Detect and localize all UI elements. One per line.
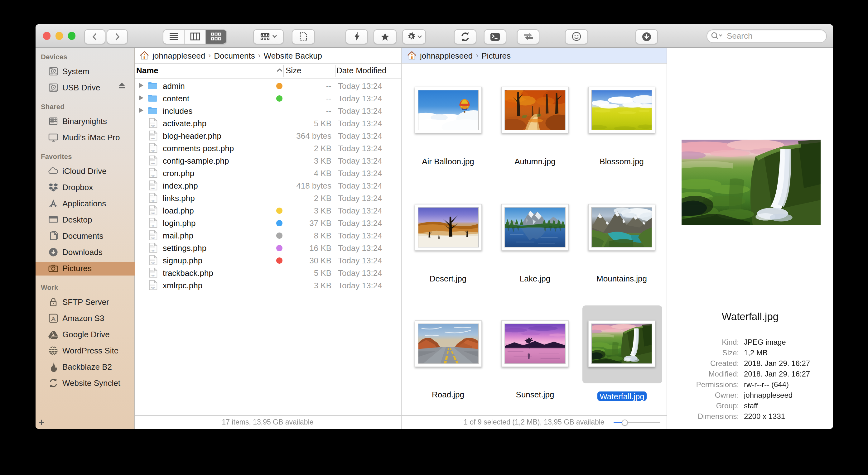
- svg-text:PHP: PHP: [150, 199, 155, 202]
- svg-text:a: a: [52, 315, 55, 321]
- svg-text:PHP: PHP: [150, 162, 155, 165]
- svg-text:PHP: PHP: [150, 237, 155, 240]
- svg-text:PHP: PHP: [150, 212, 155, 215]
- svg-text:PHP: PHP: [150, 287, 155, 290]
- svg-text:PHP: PHP: [150, 274, 155, 277]
- svg-text:PHP: PHP: [150, 175, 155, 177]
- svg-text:PHP: PHP: [150, 262, 155, 264]
- svg-text:PHP: PHP: [150, 150, 155, 152]
- svg-text:PHP: PHP: [150, 224, 155, 227]
- svg-text:PHP: PHP: [150, 125, 155, 127]
- svg-text:PHP: PHP: [150, 249, 155, 252]
- svg-text:PHP: PHP: [150, 137, 155, 140]
- svg-text:PHP: PHP: [150, 187, 155, 190]
